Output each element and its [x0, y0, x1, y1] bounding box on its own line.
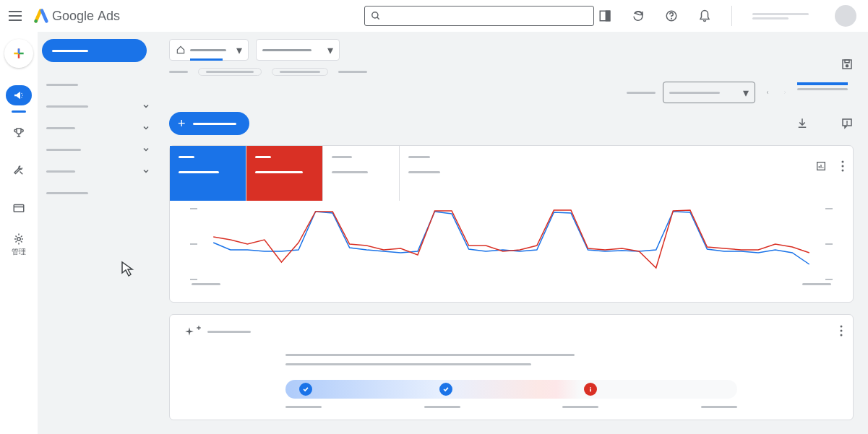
card-icon: [12, 201, 25, 214]
svg-point-1: [372, 12, 378, 18]
megaphone-icon: [13, 90, 25, 101]
check-step-1: [299, 383, 312, 396]
home-icon: [176, 45, 186, 55]
sidebar-item-1[interactable]: [38, 74, 159, 95]
refresh-icon[interactable]: [632, 9, 645, 22]
check-step-2: [439, 383, 452, 396]
date-range-row: ▾: [169, 82, 854, 103]
scope-selectors: ▾ ▾: [169, 39, 854, 61]
chevron-down-icon: [142, 123, 150, 132]
plus-icon: +: [178, 116, 186, 131]
line-chart: [184, 208, 838, 280]
rail-billing[interactable]: [0, 195, 38, 221]
metric-tabs: [170, 146, 853, 201]
main-content: ▾ ▾ ▾ +: [159, 32, 868, 434]
gear-icon: [12, 233, 25, 246]
insights-header: [184, 326, 838, 337]
tools-icon: [12, 164, 25, 177]
search-input[interactable]: [364, 6, 594, 26]
insights-more[interactable]: [840, 325, 843, 339]
menu-icon[interactable]: [9, 11, 22, 21]
svg-rect-5: [606, 11, 610, 21]
svg-rect-37: [590, 389, 591, 392]
expand-chart-icon[interactable]: [815, 160, 827, 172]
left-rail: 管理: [0, 32, 38, 434]
period-indicator: [797, 82, 848, 85]
avatar[interactable]: [835, 5, 856, 27]
svg-point-13: [22, 95, 23, 95]
help-icon[interactable]: [665, 9, 678, 22]
sidebar-item-4[interactable]: [38, 139, 159, 160]
rail-goals[interactable]: [0, 120, 38, 146]
chart-card-actions: [815, 160, 844, 172]
svg-point-19: [17, 238, 21, 241]
sidebar-item-3[interactable]: [38, 117, 159, 139]
optimization-progress: [285, 380, 737, 399]
insights-body: [184, 354, 838, 408]
svg-point-22: [846, 65, 848, 67]
svg-point-34: [841, 330, 843, 332]
svg-rect-21: [845, 60, 849, 63]
date-range-selector[interactable]: ▾: [663, 82, 755, 103]
chevron-down-icon: [142, 167, 150, 175]
svg-point-30: [842, 161, 844, 163]
account-selector[interactable]: ▾: [169, 39, 249, 61]
sparkle-icon: [184, 326, 194, 337]
svg-point-32: [842, 170, 844, 172]
breadcrumb: [169, 68, 854, 76]
filter-chip-1[interactable]: [198, 68, 262, 76]
svg-point-0: [34, 19, 38, 23]
svg-rect-17: [14, 205, 24, 212]
google-ads-logo-icon: [33, 8, 49, 24]
sidebar-item-6[interactable]: [38, 182, 159, 204]
account-info[interactable]: [752, 13, 815, 19]
new-campaign-button[interactable]: +: [169, 112, 249, 135]
metric-tab-clicks[interactable]: [170, 146, 246, 201]
rail-admin[interactable]: 管理: [0, 233, 38, 257]
cursor-icon: [119, 260, 137, 277]
appearance-icon[interactable]: [598, 9, 611, 22]
rail-tools[interactable]: [0, 157, 38, 183]
metric-tab-3[interactable]: [323, 146, 400, 201]
create-button[interactable]: [4, 39, 33, 68]
filter-chip-2[interactable]: [272, 68, 328, 76]
logo[interactable]: Google Ads: [33, 8, 120, 24]
insights-card: [169, 314, 854, 420]
svg-point-31: [842, 165, 844, 168]
svg-line-2: [377, 17, 379, 19]
plus-small-icon: [196, 325, 202, 331]
error-step-3: [584, 383, 597, 396]
svg-point-35: [841, 334, 843, 337]
chevron-down-icon: [142, 145, 150, 154]
sidebar-item-2[interactable]: [38, 95, 159, 117]
metric-tab-4[interactable]: [400, 146, 476, 201]
svg-point-33: [841, 326, 843, 328]
more-icon[interactable]: [841, 160, 844, 172]
logo-text: Google Ads: [52, 9, 120, 24]
rail-admin-label: 管理: [12, 247, 26, 257]
sidebar-item-5[interactable]: [38, 160, 159, 182]
svg-point-25: [847, 123, 848, 124]
prev-period-button[interactable]: [762, 87, 773, 97]
header-actions: [598, 0, 856, 32]
header: Google Ads: [0, 0, 868, 32]
trophy-icon: [12, 126, 25, 139]
sidebar: [38, 32, 159, 434]
download-icon[interactable]: [796, 117, 809, 130]
notifications-icon[interactable]: [698, 9, 711, 22]
svg-point-7: [671, 18, 672, 19]
rail-campaigns[interactable]: [0, 82, 38, 108]
metric-tab-cost[interactable]: [246, 146, 323, 201]
feedback-icon[interactable]: [841, 117, 854, 130]
next-period-button[interactable]: [780, 87, 790, 97]
search-icon: [371, 11, 381, 21]
sidebar-overview[interactable]: [42, 39, 147, 62]
chevron-down-icon: [142, 102, 150, 110]
chart-area: [170, 201, 853, 302]
performance-chart-card: [169, 145, 854, 303]
campaign-selector[interactable]: ▾: [256, 39, 340, 61]
svg-point-36: [590, 387, 591, 389]
divider: [731, 6, 732, 26]
action-row: +: [169, 112, 854, 135]
svg-point-12: [21, 93, 22, 94]
